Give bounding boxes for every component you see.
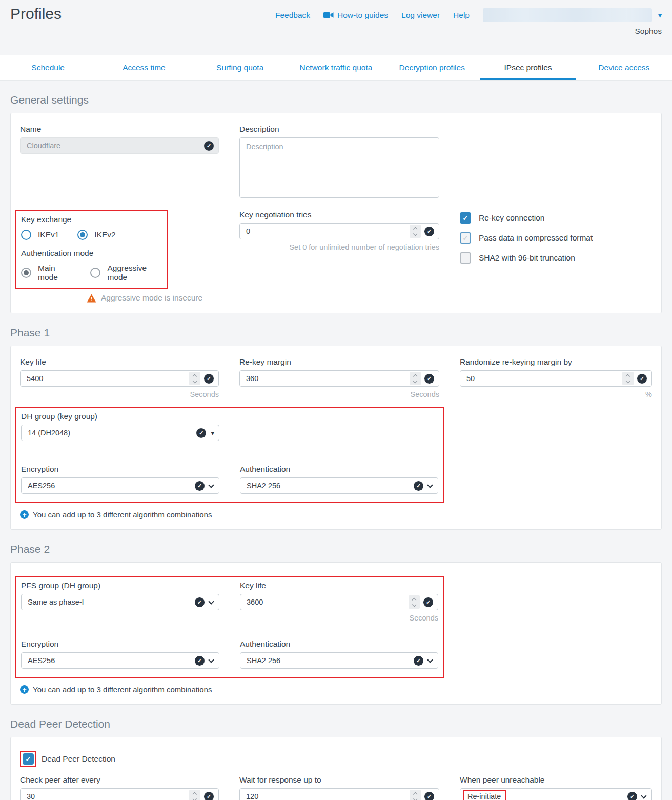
when-unreachable-select[interactable]: Re-initiate ✓ (460, 788, 652, 800)
valid-check-icon: ✓ (195, 656, 205, 666)
sha2-truncation-checkbox[interactable]: SHA2 with 96-bit truncation (460, 252, 652, 264)
general-settings-card: Name Cloudflare ✓ Description Key exchan… (10, 113, 662, 313)
description-input[interactable] (239, 137, 439, 198)
radio-icon[interactable] (21, 230, 31, 240)
rekey-connection-checkbox[interactable]: ✓ Re-key connection (460, 212, 652, 224)
compressed-format-checkbox[interactable]: ✓ Pass data in compressed format (460, 232, 652, 244)
dpd-heading: Dead Peer Detection (10, 718, 662, 730)
tab-ipsec-profiles[interactable]: IPsec profiles (480, 55, 576, 80)
pfs-group-field: PFS group (DH group) Same as phase-I ✓ (21, 581, 219, 622)
number-stepper[interactable] (622, 372, 634, 385)
tab-network-traffic-quota[interactable]: Network traffic quota (288, 55, 384, 80)
valid-check-icon: ✓ (195, 481, 205, 491)
phase2-authentication-select[interactable]: SHA2 256 ✓ (240, 652, 438, 669)
radio-main-mode[interactable]: Main mode (21, 264, 72, 282)
check-peer-input[interactable]: 30 ✓ (20, 788, 219, 800)
valid-check-icon: ✓ (627, 792, 637, 800)
valid-check-icon: ✓ (424, 792, 434, 800)
checkbox-icon[interactable] (460, 252, 471, 264)
aggressive-mode-warning: ! Aggressive mode is insecure (87, 293, 219, 303)
phase1-rekey-margin-input[interactable]: 360 ✓ (239, 370, 439, 387)
phase2-encryption-select[interactable]: AES256 ✓ (21, 652, 219, 669)
radio-selected-icon[interactable] (21, 268, 31, 278)
chevron-down-icon (427, 482, 433, 488)
valid-check-icon: ✓ (424, 227, 434, 236)
valid-check-icon: ✓ (204, 141, 214, 151)
dpd-card: ✓ Dead Peer Detection Check peer after e… (10, 737, 662, 800)
phase1-rekey-margin-field: Re-key margin 360 ✓ Seconds (239, 357, 439, 398)
help-link[interactable]: Help (453, 11, 470, 20)
plus-circle-icon[interactable]: + (20, 510, 29, 519)
phase2-key-life-input[interactable]: 3600 ✓ (240, 594, 438, 610)
description-field: Description (239, 125, 439, 200)
radio-ikev2[interactable]: IKEv2 (77, 230, 115, 240)
phase1-key-life-input[interactable]: 5400 ✓ (20, 370, 219, 387)
video-camera-icon (323, 12, 334, 18)
dh-group-field: DH group (key group) 14 (DH2048) ✓ ▾ (21, 412, 219, 441)
phase1-encryption-select[interactable]: AES256 ✓ (21, 477, 219, 494)
radio-icon[interactable] (90, 268, 100, 278)
radio-aggressive-mode[interactable]: Aggressive mode (90, 264, 161, 282)
valid-check-icon: ✓ (414, 656, 423, 666)
svg-text:!: ! (91, 296, 93, 302)
valid-check-icon: ✓ (424, 374, 434, 384)
phase1-randomize-input[interactable]: 50 ✓ (460, 370, 652, 387)
how-to-guides-link[interactable]: How-to guides (323, 11, 388, 20)
key-exchange-label: Key exchange (21, 215, 161, 224)
dpd-checkbox[interactable]: ✓ (23, 753, 34, 765)
phase2-key-life-field: Key life 3600 ✓ Seconds (240, 581, 438, 622)
chevron-down-icon (208, 598, 214, 604)
pfs-group-select[interactable]: Same as phase-I ✓ (21, 594, 219, 610)
number-stepper[interactable] (189, 790, 200, 800)
number-stepper[interactable] (409, 595, 420, 609)
warning-icon: ! (87, 294, 96, 303)
plus-circle-icon[interactable]: + (20, 685, 29, 694)
number-stepper[interactable] (410, 372, 421, 385)
tab-surfing-quota[interactable]: Surfing quota (192, 55, 288, 80)
dh-group-select[interactable]: 14 (DH2048) ✓ ▾ (21, 425, 219, 441)
key-negotiation-input[interactable]: 0 ✓ (239, 223, 439, 239)
name-input: Cloudflare ✓ (20, 137, 219, 154)
caret-down-icon: ▾ (211, 429, 214, 437)
options-checkboxes: ✓ Re-key connection ✓ Pass data in compr… (460, 212, 652, 303)
wait-response-field: Wait for response up to 120 ✓ Seconds (239, 775, 439, 800)
tab-decryption-profiles[interactable]: Decryption profiles (384, 55, 480, 80)
checkbox-icon[interactable]: ✓ (460, 232, 471, 244)
header-right: Feedback How-to guides Log viewer Help ▾… (275, 4, 662, 55)
valid-check-icon: ✓ (195, 597, 205, 607)
chevron-down-icon[interactable]: ▾ (658, 11, 662, 19)
chevron-down-icon (427, 657, 433, 663)
profiles-tabbar: Schedule Access time Surfing quota Netwo… (0, 55, 672, 81)
tab-access-time[interactable]: Access time (96, 55, 192, 80)
dpd-enable-label: Dead Peer Detection (42, 754, 115, 764)
phase1-encryption-field: Encryption AES256 ✓ (21, 465, 219, 494)
checkbox-checked-icon[interactable]: ✓ (460, 212, 471, 224)
chevron-down-icon (208, 482, 214, 488)
check-peer-field: Check peer after every 30 ✓ Seconds (20, 775, 219, 800)
phase1-authentication-select[interactable]: SHA2 256 ✓ (240, 477, 438, 494)
log-viewer-link[interactable]: Log viewer (401, 11, 440, 20)
phase1-authentication-field: Authentication SHA2 256 ✓ (240, 465, 438, 494)
phase2-heading: Phase 2 (10, 543, 662, 555)
tab-device-access[interactable]: Device access (576, 55, 672, 80)
number-stepper[interactable] (410, 225, 421, 238)
phase2-algorithms-annotation-box: PFS group (DH group) Same as phase-I ✓ K… (15, 576, 444, 678)
key-negotiation-field: Key negotiation tries 0 ✓ Set 0 for unli… (239, 210, 439, 303)
number-stepper[interactable] (189, 372, 200, 385)
account-menu[interactable]: ▾ (483, 8, 662, 22)
phase1-algorithms-annotation-box: DH group (key group) 14 (DH2048) ✓ ▾ Enc… (15, 407, 444, 503)
tab-schedule[interactable]: Schedule (0, 55, 96, 80)
dpd-checkbox-annotation-box: ✓ (20, 751, 36, 767)
phase2-add-combination[interactable]: + You can add up to 3 different algorith… (20, 685, 652, 694)
phase1-card: Key life 5400 ✓ Seconds Re-key margin 36… (10, 346, 662, 530)
valid-check-icon: ✓ (204, 792, 214, 800)
phase1-add-combination[interactable]: + You can add up to 3 different algorith… (20, 510, 652, 519)
radio-selected-icon[interactable] (77, 230, 88, 240)
page-title: Profiles (10, 5, 62, 55)
name-field: Name Cloudflare ✓ (20, 125, 219, 200)
wait-response-input[interactable]: 120 ✓ (239, 788, 439, 800)
number-stepper[interactable] (410, 790, 421, 800)
radio-ikev1[interactable]: IKEv1 (21, 230, 59, 240)
phase2-encryption-field: Encryption AES256 ✓ (21, 639, 219, 669)
feedback-link[interactable]: Feedback (275, 11, 310, 20)
